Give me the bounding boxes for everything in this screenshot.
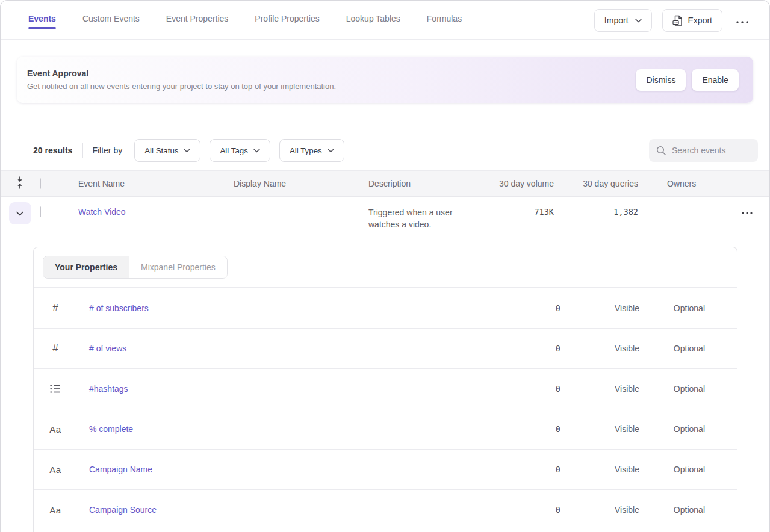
event-properties-panel: Your Properties Mixpanel Properties # # … — [33, 247, 737, 532]
chevron-down-icon — [16, 211, 23, 216]
property-row: #hashtags 0 Visible Optional — [34, 368, 737, 409]
tab-profile-properties[interactable]: Profile Properties — [255, 0, 319, 29]
property-row: Aa Campaign Name 0 Visible Optional — [34, 449, 737, 489]
list-type-icon — [50, 384, 61, 394]
top-navigation: Events Custom Events Event Properties Pr… — [0, 0, 770, 40]
collapse-all-button[interactable] — [13, 173, 26, 194]
types-filter-dropdown[interactable]: All Types — [279, 139, 344, 162]
more-options-button[interactable] — [733, 14, 752, 28]
column-header-owners: Owners — [638, 179, 724, 188]
tab-formulas[interactable]: Formulas — [427, 0, 462, 29]
event-description: Triggered when a user watches a video. — [368, 197, 468, 230]
property-value: 0 — [476, 384, 560, 394]
property-visibility: Visible — [560, 344, 639, 353]
row-expander-button[interactable] — [9, 202, 31, 224]
property-value: 0 — [476, 465, 560, 474]
volume-value: 713K — [483, 197, 554, 217]
property-requirement: Optional — [639, 384, 705, 394]
property-row: Aa % complete 0 Visible Optional — [34, 409, 737, 449]
property-visibility: Visible — [560, 303, 639, 313]
property-visibility: Visible — [560, 505, 639, 515]
property-name-link[interactable]: Campaign Source — [89, 505, 157, 515]
property-visibility: Visible — [560, 465, 639, 474]
property-requirement: Optional — [639, 344, 705, 353]
number-type-icon: # — [52, 342, 58, 354]
import-button[interactable]: Import — [594, 9, 652, 32]
owners-cell — [638, 197, 724, 207]
text-type-icon: Aa — [49, 465, 61, 475]
search-icon — [656, 146, 666, 156]
property-name-link[interactable]: # of subscribers — [89, 303, 149, 313]
property-row: # # of subscribers 0 Visible Optional — [34, 288, 737, 328]
search-input[interactable] — [672, 146, 750, 155]
queries-value: 1,382 — [554, 197, 638, 217]
ellipsis-icon — [742, 212, 753, 214]
property-value: 0 — [476, 303, 560, 313]
svg-text:csv: csv — [674, 21, 679, 24]
chevron-down-icon — [328, 149, 334, 153]
tab-event-properties[interactable]: Event Properties — [166, 0, 229, 29]
number-type-icon: # — [52, 302, 58, 314]
collapse-vertical-icon — [16, 176, 24, 190]
property-name-link[interactable]: Campaign Name — [89, 465, 152, 474]
property-requirement: Optional — [639, 424, 705, 434]
property-requirement: Optional — [639, 465, 705, 474]
csv-file-icon: csv — [672, 15, 683, 26]
column-header-description: Description — [368, 179, 483, 188]
tab-your-properties[interactable]: Your Properties — [43, 256, 129, 278]
property-visibility: Visible — [560, 384, 639, 394]
dismiss-button[interactable]: Dismiss — [636, 69, 686, 91]
display-name-cell — [234, 197, 368, 207]
banner-title: Event Approval — [27, 69, 336, 78]
filter-by-label: Filter by — [92, 146, 122, 155]
lexicon-tabs: Events Custom Events Event Properties Pr… — [0, 0, 462, 29]
column-header-queries: 30 day queries — [554, 179, 638, 188]
chevron-down-icon — [635, 19, 642, 23]
property-requirement: Optional — [639, 303, 705, 313]
column-header-volume: 30 day volume — [483, 179, 554, 188]
events-table-header: Event Name Display Name Description 30 d… — [0, 170, 770, 197]
property-requirement: Optional — [639, 505, 705, 515]
filter-toolbar: 20 results Filter by All Status All Tags… — [0, 139, 770, 162]
results-count: 20 results — [33, 146, 72, 155]
property-visibility: Visible — [560, 424, 639, 434]
event-approval-banner: Event Approval Get notified on all new e… — [17, 57, 753, 103]
search-events-box[interactable] — [649, 139, 758, 162]
export-button[interactable]: csv Export — [662, 9, 722, 32]
properties-tab-switcher: Your Properties Mixpanel Properties — [43, 256, 228, 279]
select-all-checkbox[interactable] — [40, 178, 41, 189]
row-checkbox[interactable] — [40, 206, 41, 217]
tab-mixpanel-properties[interactable]: Mixpanel Properties — [129, 256, 227, 278]
tags-filter-dropdown[interactable]: All Tags — [210, 139, 270, 162]
ellipsis-icon — [736, 21, 748, 23]
divider — [82, 143, 83, 158]
event-row-watch-video: Watch Video Triggered when a user watche… — [0, 197, 770, 238]
event-name-link[interactable]: Watch Video — [78, 207, 126, 217]
property-name-link[interactable]: # of views — [89, 344, 126, 353]
column-header-event-name: Event Name — [78, 179, 234, 188]
tab-events[interactable]: Events — [28, 0, 56, 29]
status-filter-dropdown[interactable]: All Status — [134, 139, 200, 162]
export-button-label: Export — [688, 16, 712, 25]
import-button-label: Import — [604, 16, 629, 25]
tab-lookup-tables[interactable]: Lookup Tables — [346, 0, 400, 29]
text-type-icon: Aa — [49, 505, 61, 515]
column-header-display-name: Display Name — [234, 179, 368, 188]
chevron-down-icon — [184, 149, 190, 153]
banner-subtitle: Get notified on all new events entering … — [27, 82, 336, 91]
row-actions-button[interactable] — [739, 205, 755, 218]
text-type-icon: Aa — [49, 424, 61, 435]
enable-button[interactable]: Enable — [692, 69, 739, 91]
tab-custom-events[interactable]: Custom Events — [82, 0, 140, 29]
property-name-link[interactable]: % complete — [89, 424, 133, 434]
property-row: Aa Campaign Source 0 Visible Optional — [34, 489, 737, 530]
property-value: 0 — [476, 505, 560, 515]
property-value: 0 — [476, 344, 560, 353]
property-value: 0 — [476, 424, 560, 434]
properties-tabs-row: Your Properties Mixpanel Properties — [34, 247, 737, 288]
property-name-link[interactable]: #hashtags — [89, 384, 128, 394]
scroll-track-edge — [769, 170, 769, 532]
chevron-down-icon — [253, 149, 260, 153]
property-row: # # of views 0 Visible Optional — [34, 328, 737, 368]
